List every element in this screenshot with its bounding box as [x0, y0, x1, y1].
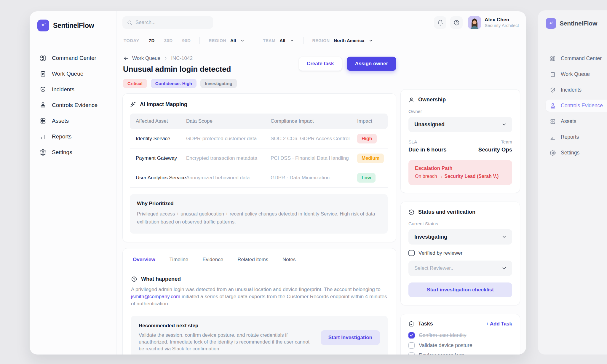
assign-owner-button[interactable]: Assign owner — [347, 57, 396, 71]
owner-value: Unassigned — [414, 122, 445, 128]
escalation-contact: Security Lead (Sarah V.) — [445, 174, 499, 179]
account-email-link[interactable]: jsmith@company.com — [131, 294, 180, 299]
incident-main: Work Queue INC-1042 Unusual admin login … — [122, 53, 396, 355]
checkbox-unchecked-icon[interactable] — [408, 342, 415, 349]
sidebar-item-controls-evidence[interactable]: Controls Evidence — [546, 100, 607, 112]
bar-chart-icon — [550, 134, 556, 140]
time-range-30d[interactable]: 30D — [164, 38, 173, 43]
sidebar-item-settings[interactable]: Settings — [37, 146, 110, 158]
ownership-card: Ownership Owner Unassigned SLA Due in 6 … — [400, 89, 520, 193]
secondary-sidebar-panel: SentinelFlow Command Center Work Queue I… — [538, 10, 607, 355]
chevron-right-icon — [164, 56, 168, 60]
confidence-badge: Confidence: High — [151, 79, 197, 88]
sidebar-item-controls-evidence[interactable]: Controls Evidence — [37, 99, 110, 111]
sidebar-item-label: Reports — [561, 134, 579, 140]
sidebar-item-label: Reports — [52, 133, 72, 140]
help-button[interactable] — [450, 16, 463, 29]
task-label: Validate device posture — [419, 342, 472, 349]
recommendation-text: Validate the session, confirm device pos… — [139, 332, 313, 352]
sidebar-item-reports[interactable]: Reports — [37, 131, 110, 143]
sidebar-item-work-queue[interactable]: Work Queue — [37, 68, 110, 80]
time-range-group: TODAY 7D 30D 90D — [124, 38, 191, 43]
card-title: AI Impact Mapping — [140, 101, 187, 108]
owner-select[interactable]: Unassigned — [408, 117, 512, 132]
asset-cell: Identity Service — [136, 136, 186, 142]
verified-by-reviewer-checkbox-row[interactable]: Verified by reviewer — [408, 250, 512, 256]
notifications-button[interactable] — [434, 16, 446, 29]
time-range-7d[interactable]: 7D — [149, 38, 155, 43]
clipboard-check-icon — [408, 321, 414, 327]
tab-overview[interactable]: Overview — [133, 257, 155, 263]
why-prioritized-box: Why Prioritized Privileged access + unus… — [130, 194, 388, 234]
create-task-button[interactable]: Create task — [299, 57, 342, 71]
recommended-next-step-box: Recommended next step Validate the sessi… — [131, 316, 388, 355]
status-badge: Investigating — [200, 79, 237, 88]
server-icon — [40, 118, 46, 124]
search-box[interactable] — [122, 16, 213, 29]
stamp-icon — [40, 102, 46, 108]
sidebar-item-command-center[interactable]: Command Center — [37, 52, 110, 64]
current-status-value: Investigating — [414, 234, 447, 240]
text-segment: A privileged admin login was detected fr… — [131, 287, 381, 292]
region-filter[interactable]: REGION All — [209, 38, 245, 43]
reviewer-placeholder: Select Reviewer.. — [414, 265, 453, 271]
clipboard-icon — [550, 71, 556, 77]
task-row[interactable]: Review access logs — [408, 352, 512, 355]
task-label: Review access logs — [419, 352, 464, 355]
current-status-select[interactable]: Investigating — [408, 229, 512, 245]
checkbox-unchecked-icon[interactable] — [408, 352, 415, 355]
sidebar-item-label: Settings — [561, 150, 579, 156]
tab-timeline[interactable]: Timeline — [170, 257, 189, 263]
sparkle-logo-icon — [546, 18, 556, 29]
shield-check-icon — [40, 86, 46, 93]
region-na-filter[interactable]: REGION North America — [312, 38, 373, 43]
sidebar-item-assets[interactable]: Assets — [37, 115, 110, 127]
time-range-90d[interactable]: 90D — [182, 38, 191, 43]
recommendation-title: Recommended next step — [139, 323, 313, 329]
start-checklist-button[interactable]: Start investigation checklist — [408, 282, 512, 297]
search-input[interactable] — [135, 20, 209, 25]
team-value: Security Ops — [478, 146, 512, 153]
sidebar-item-label: Work Queue — [561, 71, 590, 77]
escalation-path-box: Escalation Path On breach → Security Lea… — [408, 160, 512, 185]
sidebar-item-command-center[interactable]: Command Center — [546, 52, 607, 65]
header-actions: Create task Assign owner — [299, 57, 396, 71]
escalation-title: Escalation Path — [415, 165, 506, 171]
tab-related-items[interactable]: Related items — [237, 257, 268, 263]
layout-dashboard-icon — [550, 56, 556, 62]
task-row[interactable]: Validate device posture — [408, 342, 512, 349]
tab-notes[interactable]: Notes — [282, 257, 295, 263]
topbar: Alex Chen Security Architect — [116, 11, 526, 34]
tasks-card: Tasks + Add Task Confirm user identity V… — [400, 314, 520, 355]
impact-pill: Medium — [357, 154, 384, 163]
why-prioritized-title: Why Prioritized — [137, 201, 381, 207]
sidebar-item-settings[interactable]: Settings — [546, 147, 607, 159]
team-filter[interactable]: TEAM All — [263, 38, 294, 43]
incident-detail-card: Overview Timeline Evidence Related items… — [122, 248, 396, 355]
sidebar-item-work-queue[interactable]: Work Queue — [546, 68, 607, 80]
avatar[interactable] — [468, 16, 481, 29]
divider — [303, 37, 304, 44]
checkbox-checked-icon[interactable] — [408, 332, 415, 339]
task-row[interactable]: Confirm user identity — [408, 332, 512, 339]
sidebar-item-reports[interactable]: Reports — [546, 131, 607, 143]
layout-dashboard-icon — [40, 55, 46, 61]
checkbox-unchecked-icon[interactable] — [408, 250, 415, 256]
breadcrumb-parent[interactable]: Work Queue — [132, 55, 160, 61]
filter-value: North America — [334, 38, 364, 43]
card-title: Status and verification — [418, 209, 475, 215]
column-header: Impact — [357, 118, 388, 124]
reviewer-select[interactable]: Select Reviewer.. — [408, 261, 512, 276]
time-range-today[interactable]: TODAY — [124, 38, 139, 43]
logo: SentinelFlow — [37, 20, 110, 31]
sidebar-item-incidents[interactable]: Incidents — [37, 84, 110, 95]
start-investigation-button[interactable]: Start Investigation — [321, 330, 380, 345]
chevron-down-icon — [240, 38, 245, 43]
tab-evidence[interactable]: Evidence — [202, 257, 223, 263]
scope-cell: Encrypted transaction metadata — [186, 155, 271, 161]
sidebar-item-assets[interactable]: Assets — [546, 115, 607, 127]
task-list: Confirm user identity Validate device po… — [408, 332, 512, 355]
back-arrow-icon[interactable] — [123, 55, 129, 61]
add-task-button[interactable]: + Add Task — [486, 321, 512, 327]
sidebar-item-incidents[interactable]: Incidents — [546, 84, 607, 96]
